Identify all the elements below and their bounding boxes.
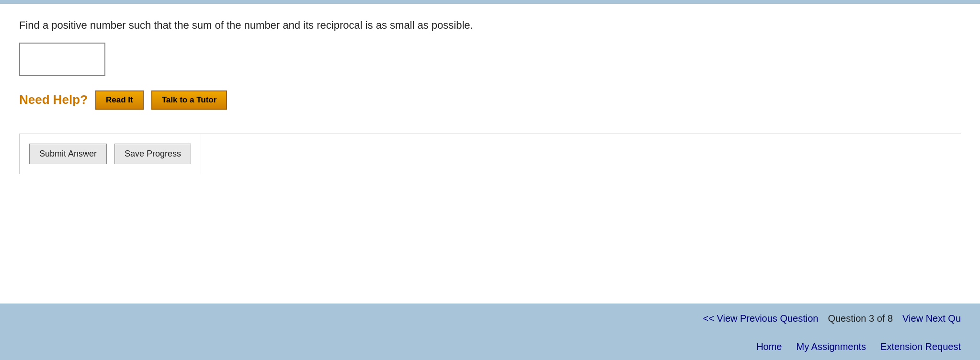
- talk-to-tutor-button[interactable]: Talk to a Tutor: [151, 90, 228, 110]
- nav-bar: << View Previous Question Question 3 of …: [0, 304, 980, 334]
- question-text: Find a positive number such that the sum…: [19, 18, 961, 33]
- my-assignments-link[interactable]: My Assignments: [797, 341, 866, 352]
- main-content: Find a positive number such that the sum…: [0, 4, 980, 304]
- need-help-label: Need Help?: [19, 92, 88, 107]
- footer-bar: Home My Assignments Extension Request: [0, 334, 980, 360]
- need-help-section: Need Help? Read It Talk to a Tutor: [19, 90, 961, 110]
- question-info: Question 3 of 8: [828, 313, 893, 324]
- save-progress-button[interactable]: Save Progress: [114, 144, 191, 164]
- top-bar: [0, 0, 980, 4]
- action-area: Submit Answer Save Progress: [19, 134, 961, 174]
- home-link[interactable]: Home: [756, 341, 782, 352]
- right-panel: [201, 134, 961, 144]
- submit-answer-button[interactable]: Submit Answer: [29, 144, 107, 164]
- view-previous-question-link[interactable]: << View Previous Question: [703, 313, 819, 324]
- view-next-question-link[interactable]: View Next Qu: [902, 313, 961, 324]
- action-buttons-container: Submit Answer Save Progress: [19, 134, 201, 174]
- answer-input-box[interactable]: [19, 43, 105, 76]
- extension-request-link[interactable]: Extension Request: [880, 341, 961, 352]
- read-it-button[interactable]: Read It: [95, 90, 144, 110]
